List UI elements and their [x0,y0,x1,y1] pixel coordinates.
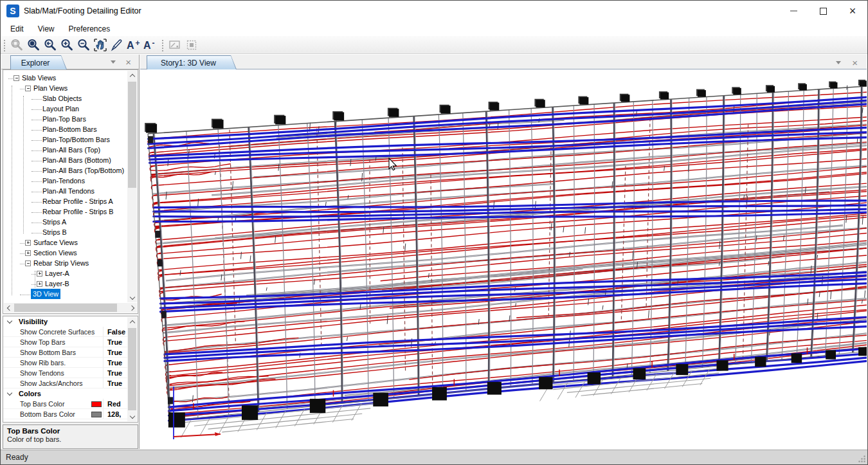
scroll-thumb[interactable] [128,82,136,188]
tree-item-plan-tendons[interactable]: Plan-Tendons [3,176,127,186]
toolbar-grip[interactable] [3,39,6,51]
scroll-thumb[interactable] [128,328,136,410]
properties-scrollbar[interactable] [127,317,137,421]
chevron-right-icon [129,305,134,310]
maximize-button[interactable] [808,1,838,21]
property-show-jacks-anchors[interactable]: Show Jacks/AnchorsTrue [3,378,127,388]
resize-grip[interactable] [858,455,866,463]
collapse-icon[interactable] [25,260,31,266]
expand-icon[interactable] [25,240,31,246]
scroll-thumb[interactable] [14,304,117,312]
scroll-up-button[interactable] [127,317,137,327]
scroll-up-button[interactable] [127,71,137,80]
panel-dropdown-icon[interactable] [111,60,116,64]
zoom-fit-button[interactable] [25,37,42,53]
property-show-rib-bars[interactable]: Show Rib bars.True [3,358,127,368]
document-tab-bar: Story1: 3D View × [140,55,867,69]
tree-item-plan-all-bars-top-bottom[interactable]: Plan-All Bars (Top/Bottom) [3,165,127,176]
property-value[interactable]: True [107,378,122,388]
pan-button[interactable] [92,37,109,53]
scroll-right-button[interactable] [127,303,137,313]
property-bottom-bars-color[interactable]: Bottom Bars Color128, [3,409,127,419]
expand-icon[interactable] [25,250,31,256]
zoom-out-button[interactable] [75,37,92,53]
status-bar: Ready [1,450,867,464]
tree-item-section-views[interactable]: Section Views [3,248,127,258]
tree-item-plan-all-bars-top[interactable]: Plan-All Bars (Top) [3,145,127,155]
expand-icon[interactable] [37,281,42,287]
property-value[interactable]: 128, [107,409,121,419]
font-increase-button[interactable]: A+ [125,37,142,53]
tree-item-plan-top-bottom-bars[interactable]: Plan-Top/Bottom Bars [3,134,127,145]
zoom-rect-icon [9,37,24,53]
extents-view-button [183,37,200,53]
property-value[interactable]: True [107,358,122,368]
tree-item-label: Rebar Strip Views [33,258,89,268]
tree-item-surface-views[interactable]: Surface Views [3,237,127,248]
tree-item-plan-bottom-bars[interactable]: Plan-Bottom Bars [3,124,127,134]
tree-vertical-scrollbar[interactable] [127,71,137,302]
property-top-bars-color[interactable]: Top Bars ColorRed [3,399,127,409]
property-show-concrete-surfaces[interactable]: Show Concrete SurfacesFalse [3,327,127,337]
property-value[interactable]: Red [107,399,121,409]
tree-item-rebar-profile-strips-a[interactable]: Rebar Profile - Strips A [3,196,127,206]
property-show-tendons[interactable]: Show TendonsTrue [3,368,127,378]
panel-close-icon[interactable]: × [125,57,131,68]
tree-item-layer-a[interactable]: Layer-A [3,268,127,278]
tree-item-strips-a[interactable]: Strips A [3,217,127,227]
tree-item-layout-plan[interactable]: Layout Plan [3,104,127,114]
plot-rect-icon [167,37,183,53]
zoom-plus-icon [59,37,75,53]
draw-button[interactable] [109,37,125,53]
tree-item-rebar-strip-views[interactable]: Rebar Strip Views [3,258,127,268]
property-value[interactable]: True [107,347,122,358]
tab-explorer[interactable]: Explorer [10,55,67,69]
scroll-down-button[interactable] [127,412,137,421]
app-window: S Slab/Mat/Footing Detailing Editor × Ed… [0,0,868,465]
bottom-anchor [487,382,502,395]
rib-mesh-left-cross [276,411,285,428]
font-decrease-button[interactable]: A- [142,37,159,53]
tree-item-slab-objects[interactable]: Slab Objects [3,93,127,104]
chevron-down-icon[interactable] [7,318,12,324]
property-value[interactable]: True [107,337,122,347]
tab-story1-3d-view[interactable]: Story1: 3D View [147,55,237,69]
rib-mesh-left-cross [200,419,210,436]
toolbar-grip[interactable] [161,39,165,51]
menu-edit[interactable]: Edit [10,24,24,33]
top-anchor [698,90,706,97]
document-close-icon[interactable]: × [852,57,858,68]
scroll-down-button[interactable] [127,293,137,302]
tree-item-plan-all-bars-bottom[interactable]: Plan-All Bars (Bottom) [3,155,127,165]
property-value[interactable]: True [107,368,122,378]
property-category-colors[interactable]: Colors [3,388,127,399]
tree-item-rebar-profile-strips-b[interactable]: Rebar Profile - Strips B [3,206,127,217]
expand-icon[interactable] [37,271,42,277]
property-value[interactable]: False [107,327,125,337]
3d-viewport[interactable] [140,69,867,449]
document-dropdown-icon[interactable] [836,61,841,64]
tree-item-layer-b[interactable]: Layer-B [3,278,127,289]
tree-connector [20,295,30,295]
minimize-button[interactable] [779,1,808,21]
menu-preferences[interactable]: Preferences [68,24,110,33]
menu-view[interactable]: View [38,24,55,33]
close-button[interactable]: × [838,1,867,21]
zoom-previous-button[interactable] [42,37,59,53]
property-grid: VisibilityShow Concrete SurfacesFalseSho… [3,316,138,423]
tree-item-plan-views[interactable]: Plan Views [3,83,127,93]
property-show-top-bars[interactable]: Show Top BarsTrue [3,337,127,347]
tree-item-strips-b[interactable]: Strips B [3,227,127,237]
tree-horizontal-scrollbar[interactable] [4,303,137,313]
property-show-bottom-bars[interactable]: Show Bottom BarsTrue [3,347,127,358]
tree-item-plan-all-tendons[interactable]: Plan-All Tendons [3,186,127,196]
tree-item-3d-view[interactable]: 3D View [3,289,127,299]
tree-item-slab-views[interactable]: Slab Views [3,73,127,83]
chevron-down-icon[interactable] [7,390,12,396]
collapse-icon[interactable] [14,75,19,81]
zoom-in-button[interactable] [59,37,75,53]
scroll-left-button[interactable] [4,303,14,313]
tree-item-plan-top-bars[interactable]: Plan-Top Bars [3,114,127,124]
collapse-icon[interactable] [25,86,31,91]
property-category-visibility[interactable]: Visibility [3,316,127,327]
